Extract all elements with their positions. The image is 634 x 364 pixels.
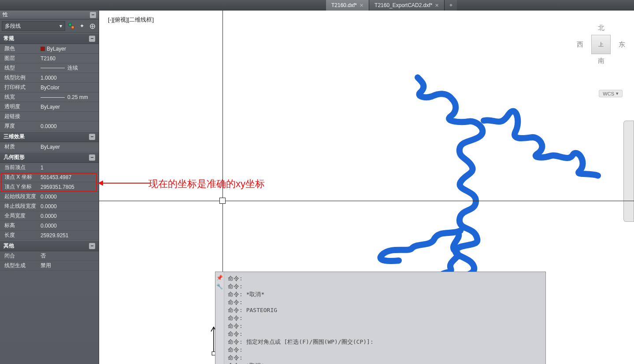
wrench-icon[interactable]: 🔧 (217, 283, 223, 290)
command-line: 命令: (228, 322, 542, 330)
property-value-text: 1.0000 (41, 75, 57, 81)
collapse-icon[interactable]: – (89, 243, 95, 249)
property-row[interactable]: 透明度ByLayer (0, 102, 99, 112)
tab-label: T2160_ExportCAD2.dxf* (374, 2, 432, 8)
property-row[interactable]: 线宽0.25 mm (0, 92, 99, 102)
linetype-preview (41, 97, 65, 98)
property-value[interactable]: 0.0000 (39, 193, 99, 201)
property-row[interactable]: 起始线段宽度0.0000 (0, 192, 99, 202)
property-label: 线宽 (0, 92, 39, 102)
command-history: 命令:命令:命令: *取消*命令:命令: PASTEORIG命令:命令:命令:命… (224, 272, 545, 364)
command-line: 命令: (228, 283, 542, 290)
section-header[interactable]: 几何图形– (0, 152, 99, 163)
property-value-text: 0.0000 (41, 194, 57, 200)
property-value[interactable]: 2959351.7805 (39, 183, 99, 191)
wcs-dropdown[interactable]: WCS ▾ (599, 90, 623, 97)
property-label: 打印样式 (0, 83, 39, 92)
viewcube-west[interactable]: 西 (577, 40, 583, 49)
property-value-text: 0.0000 (41, 123, 57, 129)
property-value[interactable]: 501453.4987 (39, 173, 99, 181)
close-icon[interactable]: ✕ (360, 3, 363, 8)
object-type-selector[interactable]: 多段线 ▾ (2, 21, 65, 31)
property-label: 线型比例 (0, 73, 39, 82)
property-value-text: ByLayer (41, 144, 60, 150)
section-header[interactable]: 常规– (0, 33, 99, 44)
property-value[interactable]: 25929.9251 (39, 232, 99, 239)
viewcube-face[interactable]: 上 (591, 35, 611, 54)
command-line: 命令: (228, 314, 542, 322)
viewcube-north[interactable]: 北 (577, 24, 625, 32)
document-tabs: T2160.dxf* ✕ T2160_ExportCAD2.dxf* ✕ + (0, 0, 634, 11)
add-tab-button[interactable]: + (445, 0, 457, 11)
linetype-preview (41, 68, 65, 68)
minimize-icon[interactable]: – (90, 12, 96, 18)
property-value[interactable]: 0.0000 (39, 122, 99, 130)
viewcube[interactable]: 北 西 上 东 南 (577, 24, 625, 85)
property-row[interactable]: 顶点 X 坐标501453.4987 (0, 173, 99, 182)
command-window[interactable]: 📌 🔧 命令:命令:命令: *取消*命令:命令: PASTEORIG命令:命令:… (215, 272, 546, 364)
property-value[interactable]: 连续 (39, 63, 99, 73)
property-label: 长度 (0, 231, 39, 240)
quick-select-icon[interactable] (67, 22, 76, 30)
property-value[interactable]: 0.0000 (39, 222, 99, 230)
property-value[interactable]: 0.25 mm (39, 93, 99, 101)
property-row[interactable]: 顶点 Y 坐标2959351.7805 (0, 182, 99, 192)
navigation-bar[interactable] (623, 121, 634, 222)
property-row[interactable]: 全局宽度0.0000 (0, 211, 99, 221)
property-value[interactable]: 1 (39, 164, 99, 172)
command-line: 命令: (228, 275, 542, 283)
property-value[interactable]: 0.0000 (39, 212, 99, 220)
property-row[interactable]: 超链接 (0, 112, 99, 121)
close-icon[interactable]: ✕ (435, 3, 439, 8)
section-header[interactable]: 三维效果– (0, 131, 99, 142)
property-row[interactable]: 当前顶点1 (0, 163, 99, 173)
wcs-label: WCS (603, 91, 614, 96)
property-row[interactable]: 标高0.0000 (0, 221, 99, 231)
property-row[interactable]: 打印样式ByColor (0, 83, 99, 92)
property-value-text: 否 (41, 253, 46, 259)
property-value[interactable] (39, 116, 99, 118)
property-row[interactable]: 图层T2160 (0, 54, 99, 63)
command-line: 命令: (228, 354, 542, 362)
svg-rect-1 (71, 26, 74, 29)
pickadd-icon[interactable]: ✦ (78, 22, 86, 30)
property-value-text: 0.0000 (41, 213, 57, 219)
property-row[interactable]: 材质ByLayer (0, 142, 99, 152)
property-value[interactable]: ByLayer (39, 103, 99, 111)
collapse-icon[interactable]: – (89, 36, 95, 42)
collapse-icon[interactable]: – (89, 154, 95, 161)
tab-document-1[interactable]: T2160_ExportCAD2.dxf* ✕ (369, 0, 445, 11)
property-label: 闭合 (0, 251, 39, 261)
command-line: 命令: (228, 330, 542, 338)
property-value[interactable]: 否 (39, 251, 99, 261)
property-row[interactable]: 闭合否 (0, 251, 99, 261)
viewcube-east[interactable]: 东 (619, 40, 625, 49)
collapse-icon[interactable]: – (89, 134, 95, 140)
property-value[interactable]: ByColor (39, 84, 99, 92)
selector-value: 多段线 (5, 22, 21, 30)
viewport-label[interactable]: [-][俯视][二维线框] (108, 16, 154, 24)
property-row[interactable]: 线型比例1.0000 (0, 73, 99, 83)
property-row[interactable]: 终止线段宽度0.0000 (0, 202, 99, 211)
property-value[interactable]: 1.0000 (39, 74, 99, 82)
property-value[interactable]: T2160 (39, 55, 99, 63)
command-line: 命令: PASTEORIG (228, 306, 542, 314)
property-row[interactable]: 厚度0.0000 (0, 121, 99, 131)
property-value[interactable]: 禁用 (39, 261, 99, 270)
property-row[interactable]: 线型生成禁用 (0, 261, 99, 271)
property-row[interactable]: 线型连续 (0, 63, 99, 73)
viewcube-south[interactable]: 南 (577, 57, 625, 65)
tab-label: T2160.dxf* (331, 2, 357, 8)
property-row[interactable]: 颜色ByLayer (0, 44, 99, 54)
command-line: 命令: *取消* (228, 362, 542, 364)
pin-icon[interactable]: 📌 (217, 275, 223, 281)
property-value[interactable]: ByLayer (39, 143, 99, 151)
section-header[interactable]: 其他– (0, 240, 99, 251)
select-objects-icon[interactable]: ⨁ (88, 22, 97, 30)
tab-document-0[interactable]: T2160.dxf* ✕ (326, 0, 369, 11)
property-value[interactable]: ByLayer (39, 45, 99, 53)
property-row[interactable]: 长度25929.9251 (0, 231, 99, 240)
property-value-text: 25929.9251 (41, 232, 68, 239)
property-value[interactable]: 0.0000 (39, 202, 99, 210)
properties-panel: 性 – 多段线 ▾ ✦ ⨁ 常规–颜色ByLayer图层T2160线型连续线型比… (0, 11, 99, 364)
